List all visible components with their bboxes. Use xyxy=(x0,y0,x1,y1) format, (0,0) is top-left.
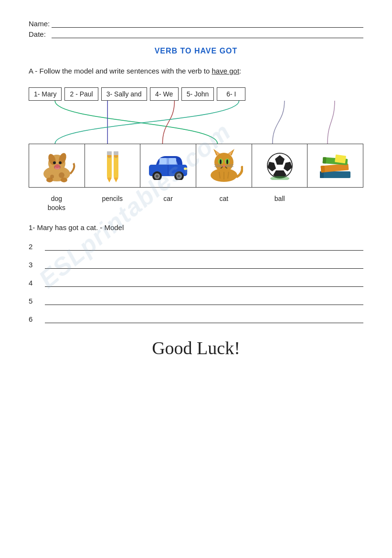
connectors-area xyxy=(29,101,363,144)
date-row: Date: xyxy=(29,30,363,38)
svg-point-59 xyxy=(270,176,289,180)
label-empty xyxy=(307,192,363,213)
ball-icon xyxy=(265,151,294,180)
name-row: Name: xyxy=(29,19,363,28)
name-box-3: 3- Sally and xyxy=(101,87,147,101)
name-box-1: 1- Mary xyxy=(29,87,62,101)
sentence-num-3: 3 xyxy=(29,261,42,269)
name-box-5: 5- John xyxy=(181,87,214,101)
dog-icon xyxy=(38,149,76,182)
image-cell-car xyxy=(140,144,196,187)
images-row xyxy=(29,144,363,188)
svg-point-4 xyxy=(53,161,56,164)
sentence-line-4[interactable] xyxy=(45,278,363,287)
instruction: A - Follow the model and write sentences… xyxy=(29,66,363,77)
good-luck: Good Luck! xyxy=(29,337,363,358)
model-sentence: 1- Mary has got a cat. - Model xyxy=(29,223,363,232)
svg-rect-66 xyxy=(335,154,346,163)
sentence-line-2[interactable] xyxy=(45,242,363,251)
svg-point-32 xyxy=(178,175,180,178)
svg-rect-17 xyxy=(107,155,111,157)
svg-point-10 xyxy=(61,178,67,182)
model-sentence-text: 1- Mary has got a cat. - Model xyxy=(29,223,124,232)
sentence-num-2: 2 xyxy=(29,242,42,251)
cat-icon xyxy=(205,149,243,182)
sentence-line-6[interactable] xyxy=(45,315,363,323)
image-cell-pencils xyxy=(85,144,141,187)
sentence-row-6: 6 xyxy=(29,315,363,323)
sentence-line-3[interactable] xyxy=(45,260,363,269)
sentence-line-5[interactable] xyxy=(45,296,363,305)
label-pencils: pencils xyxy=(85,192,140,213)
svg-rect-60 xyxy=(320,171,350,178)
label-ball: ball xyxy=(252,192,307,213)
name-date-section: Name: Date: xyxy=(29,19,363,38)
image-labels-row: dog books pencils car cat ball xyxy=(29,192,363,213)
date-label: Date: xyxy=(29,30,52,38)
car-icon xyxy=(147,151,190,180)
name-box-4: 4- We xyxy=(150,87,179,101)
pencils-icon xyxy=(98,149,127,182)
image-cell-books xyxy=(307,144,363,187)
svg-rect-63 xyxy=(321,165,325,172)
name-box-6: 6- I xyxy=(217,87,245,101)
image-cell-cat xyxy=(196,144,252,187)
label-books: books xyxy=(48,204,65,211)
image-cell-ball xyxy=(252,144,308,187)
svg-point-43 xyxy=(220,159,222,164)
sentence-num-6: 6 xyxy=(29,315,42,323)
page-title: VERB TO HAVE GOT xyxy=(155,47,238,55)
label-cat: cat xyxy=(196,192,252,213)
sentence-num-5: 5 xyxy=(29,297,42,305)
label-car: car xyxy=(140,192,196,213)
svg-rect-25 xyxy=(159,158,167,164)
svg-rect-26 xyxy=(169,158,176,164)
instruction-prefix: A - Follow the model and write sentences… xyxy=(29,67,212,75)
name-line xyxy=(52,19,363,28)
sentence-row-5: 5 xyxy=(29,296,363,305)
svg-marker-15 xyxy=(107,178,112,182)
instruction-highlight: have got xyxy=(212,67,240,75)
sentence-num-4: 4 xyxy=(29,279,42,287)
title-section: VERB TO HAVE GOT xyxy=(29,47,363,55)
label-pencils: pencils xyxy=(102,195,123,202)
boxes-and-connectors: 1- Mary 2 - Paul 3- Sally and 4- We 5- J… xyxy=(29,87,363,213)
date-line xyxy=(52,30,363,38)
svg-marker-19 xyxy=(114,178,118,182)
label-dog: dog xyxy=(51,195,62,202)
label-car: car xyxy=(163,195,172,202)
connectors-svg xyxy=(29,101,363,144)
image-cell-dog-books xyxy=(29,144,85,187)
svg-point-11 xyxy=(59,172,64,178)
sentences-section: 1- Mary has got a cat. - Model 2 3 4 5 6 xyxy=(29,223,363,323)
name-box-2: 2 - Paul xyxy=(64,87,98,101)
svg-rect-65 xyxy=(323,157,327,163)
sentence-row-3: 3 xyxy=(29,260,363,269)
svg-point-8 xyxy=(55,164,59,168)
svg-rect-16 xyxy=(107,151,112,155)
svg-point-12 xyxy=(50,175,54,179)
svg-rect-20 xyxy=(114,151,118,155)
books-icon xyxy=(316,151,354,180)
label-dog-books: dog books xyxy=(29,192,85,213)
svg-rect-33 xyxy=(184,168,187,170)
svg-point-36 xyxy=(214,153,233,172)
svg-point-5 xyxy=(59,161,62,164)
sentence-row-2: 2 xyxy=(29,242,363,251)
name-boxes-row: 1- Mary 2 - Paul 3- Sally and 4- We 5- J… xyxy=(29,87,363,101)
svg-point-44 xyxy=(226,159,228,164)
svg-point-29 xyxy=(156,175,159,178)
name-label: Name: xyxy=(29,20,52,28)
label-cat: cat xyxy=(220,195,229,202)
label-ball: ball xyxy=(275,195,285,202)
svg-rect-21 xyxy=(114,155,118,157)
instruction-suffix: : xyxy=(239,67,241,75)
sentence-row-4: 4 xyxy=(29,278,363,287)
